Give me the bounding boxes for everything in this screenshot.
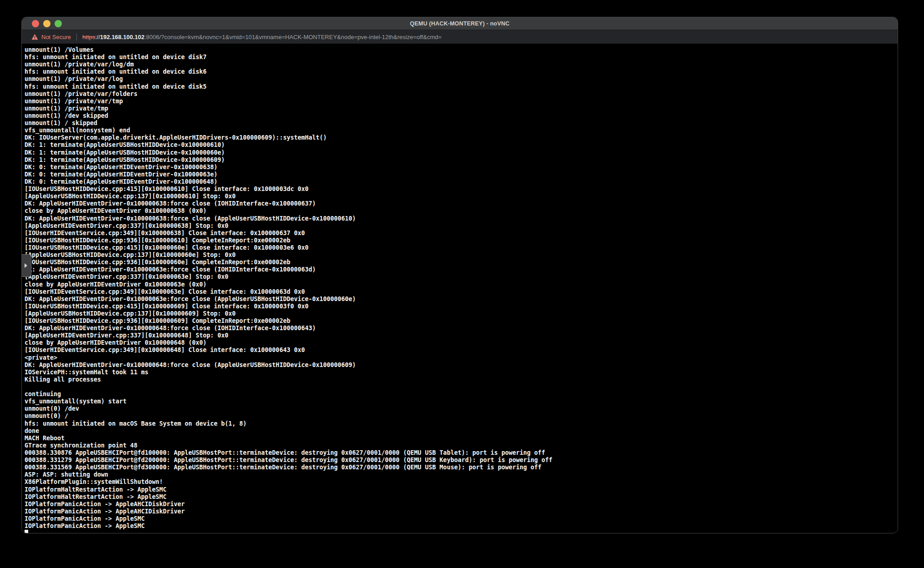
url-host: 192.168.100.102	[100, 34, 145, 40]
terminal-line: unmount(1) / skipped	[25, 120, 898, 127]
terminal-line: IOPlatformPanicAction -> AppleSMC	[25, 515, 898, 523]
terminal-line: [IOUserUSBHostHIDDevice.cpp:415][0x10000…	[25, 303, 898, 310]
terminal-line: Killing all processes	[25, 376, 898, 383]
terminal-line: DK: AppleUserHIDEventDriver-0x100000638:…	[25, 200, 898, 207]
terminal-line: IOServicePH::systemHalt took 11 ms	[25, 369, 898, 376]
not-secure-chip[interactable]: Not Secure	[31, 34, 71, 40]
terminal-line: hfs: unmount initiated on untitled on de…	[25, 68, 898, 75]
terminal-line: unmount(0) /	[25, 412, 898, 420]
chevron-right-icon	[25, 263, 27, 268]
terminal-line: hfs: unmount initiated on untitled on de…	[25, 83, 898, 90]
terminal-line: DK: AppleUserHIDEventDriver-0x100000648:…	[25, 362, 898, 369]
vnc-console[interactable]: unmount(1) /Volumeshfs: unmount initiate…	[22, 44, 898, 533]
terminal-line	[25, 383, 898, 391]
terminal-line: close by AppleUserHIDEventDriver 0x10000…	[25, 207, 898, 215]
terminal-line: [AppleUserHIDEventDriver.cpp:337][0x1000…	[25, 332, 898, 339]
terminal-line: [AppleUserUSBHostHIDDevice.cpp:137][0x10…	[25, 193, 898, 200]
terminal-line	[25, 530, 898, 533]
terminal-line: unmount(1) /Volumes	[25, 46, 898, 54]
terminal-line: close by AppleUserHIDEventDriver 0x10000…	[25, 281, 898, 288]
terminal-line: [AppleUserUSBHostHIDDevice.cpp:137][0x10…	[25, 251, 898, 259]
not-secure-label: Not Secure	[41, 34, 71, 40]
terminal-line: DK: 1: terminate(AppleUserUSBHostHIDDevi…	[25, 149, 898, 156]
url-path: :8006/?console=kvm&novnc=1&vmid=101&vmna…	[145, 34, 442, 40]
terminal-line: 000388.331569 AppleUSBEHCIPort@fd300000:…	[25, 464, 898, 471]
url-toolbar: Not Secure https://192.168.100.102:8006/…	[22, 30, 898, 44]
url-display: https://192.168.100.102:8006/?console=kv…	[82, 34, 442, 40]
terminal-line: unmount(1) /private/var/tmp	[25, 98, 898, 105]
terminal-line: unmount(1) /private/var/log/dm	[25, 61, 898, 68]
browser-app-window: QEMU (HACK-MONTEREY) - noVNC Not Secure …	[21, 17, 898, 533]
terminal-line: DK: 0: terminate(AppleUserHIDEventDriver…	[25, 171, 898, 178]
terminal-line: [IOUserUSBHostHIDDevice.cpp:936][0x10000…	[25, 259, 898, 266]
terminal-line: DK: AppleUserHIDEventDriver-0x10000063e:…	[25, 266, 898, 273]
terminal-line: done	[25, 427, 898, 435]
terminal-line: 000388.331279 AppleUSBEHCIPort@fd200000:…	[25, 457, 898, 464]
terminal-line: [IOUserHIDEventService.cpp:349][0x100000…	[25, 288, 898, 296]
terminal-line: 000388.330876 AppleUSBEHCIPort@fd100000:…	[25, 449, 898, 457]
terminal-line: MACH Reboot	[25, 435, 898, 442]
terminal-line: [IOUserHIDEventService.cpp:349][0x100000…	[25, 347, 898, 354]
terminal-line: vfs_unmountall(system) start	[25, 398, 898, 405]
terminal-line: hfs: unmount initiated on macOS Base Sys…	[25, 420, 898, 427]
window-title: QEMU (HACK-MONTEREY) - noVNC	[22, 20, 898, 27]
terminal-line: GTrace synchronization point 48	[25, 442, 898, 449]
terminal-line: DK: AppleUserHIDEventDriver-0x10000063e:…	[25, 296, 898, 303]
terminal-line: [IOUserUSBHostHIDDevice.cpp:936][0x10000…	[25, 237, 898, 244]
terminal-cursor	[25, 530, 28, 533]
terminal-line: unmount(1) /private/var/folders	[25, 90, 898, 98]
terminal-line: vfs_unmountall(nonsystem) end	[25, 127, 898, 134]
terminal-line: DK: AppleUserHIDEventDriver-0x100000648:…	[25, 325, 898, 332]
terminal-line: DK: 0: terminate(AppleUserHIDEventDriver…	[25, 178, 898, 186]
terminal-line: IOPlatformPanicAction -> AppleAHCIDiskDr…	[25, 501, 898, 508]
terminal-line: unmount(1) /private/tmp	[25, 105, 898, 112]
terminal-line: DK: 0: terminate(AppleUserHIDEventDriver…	[25, 164, 898, 171]
terminal-line: [AppleUserHIDEventDriver.cpp:337][0x1000…	[25, 222, 898, 230]
terminal-line: close by AppleUserHIDEventDriver 0x10000…	[25, 339, 898, 347]
terminal-line: X86PlatformPlugin::systemWillShutdown!	[25, 478, 898, 486]
terminal-line: [IOUserUSBHostHIDDevice.cpp:415][0x10000…	[25, 186, 898, 193]
terminal-line: DK: 1: terminate(AppleUserUSBHostHIDDevi…	[25, 156, 898, 164]
terminal-line: ASP: ASP: shutting down	[25, 471, 898, 478]
terminal-line: unmount(1) /private/var/log	[25, 75, 898, 83]
terminal-line: continuing	[25, 391, 898, 398]
novnc-controlbar-handle[interactable]	[22, 254, 31, 277]
toolbar-divider	[76, 34, 77, 40]
titlebar: QEMU (HACK-MONTEREY) - noVNC	[22, 17, 898, 30]
terminal-line: [AppleUserUSBHostHIDDevice.cpp:137][0x10…	[25, 310, 898, 317]
terminal-line: IOPlatformHaltRestartAction -> AppleSMC	[25, 493, 898, 501]
url-scheme: https	[82, 34, 95, 40]
terminal-line: unmount(0) /dev	[25, 405, 898, 412]
terminal-line: hfs: unmount initiated on untitled on de…	[25, 54, 898, 61]
warning-triangle-icon	[31, 34, 38, 40]
terminal-line: DK: 1: terminate(AppleUserUSBHostHIDDevi…	[25, 141, 898, 149]
terminal-line: <private>	[25, 354, 898, 362]
terminal-output: unmount(1) /Volumeshfs: unmount initiate…	[25, 46, 898, 533]
url-slashes: ://	[95, 34, 100, 40]
terminal-line: DK: AppleUserHIDEventDriver-0x100000638:…	[25, 215, 898, 222]
terminal-line: [AppleUserHIDEventDriver.cpp:337][0x1000…	[25, 273, 898, 281]
terminal-line: [IOUserHIDEventService.cpp:349][0x100000…	[25, 230, 898, 237]
terminal-line: [IOUserUSBHostHIDDevice.cpp:415][0x10000…	[25, 244, 898, 251]
terminal-line: IOPlatformHaltRestartAction -> AppleSMC	[25, 486, 898, 493]
terminal-line: IOPlatformPanicAction -> AppleAHCIDiskDr…	[25, 508, 898, 515]
terminal-line: IOPlatformPanicAction -> AppleSMC	[25, 523, 898, 530]
terminal-line: unmount(1) /dev skipped	[25, 112, 898, 120]
terminal-line: DK: IOUserServer(com.apple.driverkit.App…	[25, 134, 898, 141]
terminal-line: [IOUserUSBHostHIDDevice.cpp:936][0x10000…	[25, 317, 898, 325]
